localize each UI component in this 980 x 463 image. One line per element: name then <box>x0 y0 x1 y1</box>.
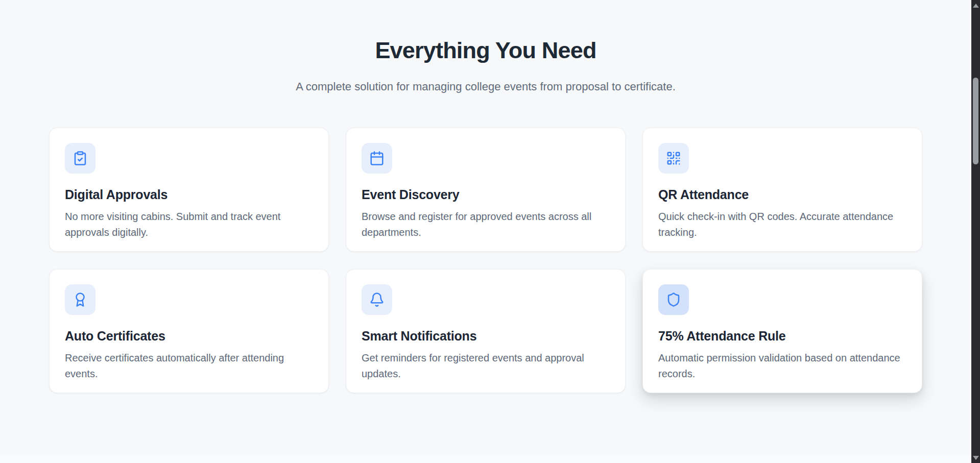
feature-title: QR Attendance <box>658 187 906 202</box>
feature-card-attendance-rule[interactable]: 75% Attendance Rule Automatic permission… <box>642 269 922 393</box>
scrollbar-thumb[interactable] <box>973 78 978 164</box>
feature-card-smart-notifications[interactable]: Smart Notifications Get reminders for re… <box>346 269 626 393</box>
scroll-down-arrow-icon[interactable] <box>971 453 980 462</box>
features-grid: Digital Approvals No more visiting cabin… <box>49 128 922 393</box>
feature-description: Receive certificates automatically after… <box>65 350 313 382</box>
feature-card-digital-approvals[interactable]: Digital Approvals No more visiting cabin… <box>49 128 329 252</box>
browser-scrollbar[interactable] <box>971 0 980 463</box>
feature-title: Digital Approvals <box>65 187 313 202</box>
page-title: Everything You Need <box>0 36 971 65</box>
award-icon <box>65 284 95 315</box>
feature-description: Quick check-in with QR codes. Accurate a… <box>658 209 906 240</box>
feature-card-auto-certificates[interactable]: Auto Certificates Receive certificates a… <box>49 269 329 393</box>
feature-description: No more visiting cabins. Submit and trac… <box>65 209 313 240</box>
shield-icon <box>658 284 689 315</box>
next-section-edge <box>0 455 971 463</box>
feature-description: Automatic permission validation based on… <box>658 350 906 382</box>
scroll-up-arrow-icon[interactable] <box>971 1 980 10</box>
clipboard-check-icon <box>65 143 95 174</box>
feature-card-qr-attendance[interactable]: QR Attendance Quick check-in with QR cod… <box>642 128 922 252</box>
feature-title: Event Discovery <box>362 187 610 202</box>
page-viewport: Everything You Need A complete solution … <box>0 0 971 463</box>
feature-title: Auto Certificates <box>65 329 313 344</box>
features-section-header: Everything You Need A complete solution … <box>0 0 971 94</box>
feature-description: Browse and register for approved events … <box>362 209 610 240</box>
qr-code-icon <box>658 143 689 174</box>
feature-title: 75% Attendance Rule <box>658 329 906 344</box>
calendar-icon <box>362 143 392 174</box>
feature-description: Get reminders for registered events and … <box>362 350 610 382</box>
page-subtitle: A complete solution for managing college… <box>0 79 971 94</box>
feature-title: Smart Notifications <box>362 329 610 344</box>
bell-icon <box>362 284 392 315</box>
feature-card-event-discovery[interactable]: Event Discovery Browse and register for … <box>346 128 626 252</box>
